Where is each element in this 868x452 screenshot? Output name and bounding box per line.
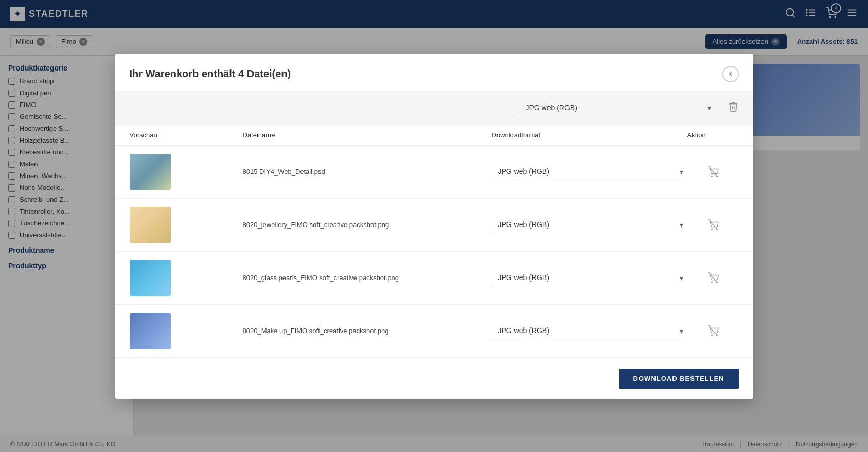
row-format-select-1[interactable]: JPG web (RGB) PNG (RGB) TIFF (CMYK) Orig… [492,163,687,180]
remove-button-1[interactable] [687,166,739,178]
table-row: 8020_Make up_FIMO soft_creative packshot… [115,305,753,358]
remove-button-3[interactable] [687,272,739,284]
svg-point-13 [711,176,712,177]
bulk-format-select[interactable]: JPG web (RGB) PNG (RGB) TIFF (CMYK) Orig… [520,99,715,116]
row-format-wrapper-3: JPG web (RGB) PNG (RGB) TIFF (CMYK) Orig… [492,269,687,286]
row-format-wrapper-1: JPG web (RGB) PNG (RGB) TIFF (CMYK) Orig… [492,163,687,180]
filename-4: 8020_Make up_FIMO soft_creative packshot… [243,327,492,335]
table-row: 8020_glass pearls_FIMO soft_creative pac… [115,252,753,305]
col-format: Downloadformat [492,131,687,139]
row-format-select-2[interactable]: JPG web (RGB) PNG (RGB) TIFF (CMYK) Orig… [492,216,687,233]
table-header: Vorschau Dateiname Downloadformat Aktion [115,125,753,146]
row-format-select-4[interactable]: JPG web (RGB) PNG (RGB) TIFF (CMYK) Orig… [492,322,687,339]
file-thumbnail-1 [130,154,171,190]
svg-point-16 [711,229,712,230]
file-thumbnail-3 [130,260,171,296]
row-format-select-3[interactable]: JPG web (RGB) PNG (RGB) TIFF (CMYK) Orig… [492,269,687,286]
modal-header: Ihr Warenkorb enthält 4 Datei(en) × [115,54,753,91]
filename-2: 8020_jewellery_FIMO soft_creative packsh… [243,221,492,229]
row-format-wrapper-2: JPG web (RGB) PNG (RGB) TIFF (CMYK) Orig… [492,216,687,233]
modal-overlay: Ihr Warenkorb enthält 4 Datei(en) × JPG … [0,0,868,452]
svg-point-22 [711,335,712,336]
modal-title: Ihr Warenkorb enthält 4 Datei(en) [130,68,291,80]
col-filename: Dateiname [243,131,492,139]
bulk-format-wrapper: JPG web (RGB) PNG (RGB) TIFF (CMYK) Orig… [520,99,715,116]
download-button[interactable]: DOWNLOAD BESTELLEN [619,369,739,389]
table-row: 8015 DIY4_Web_Detail.psd JPG web (RGB) P… [115,146,753,199]
bulk-delete-button[interactable] [728,101,739,115]
filename-3: 8020_glass pearls_FIMO soft_creative pac… [243,274,492,282]
remove-button-2[interactable] [687,219,739,231]
remove-button-4[interactable] [687,325,739,337]
cart-modal: Ihr Warenkorb enthält 4 Datei(en) × JPG … [115,54,753,399]
bulk-format-row: JPG web (RGB) PNG (RGB) TIFF (CMYK) Orig… [115,91,753,125]
svg-point-19 [711,282,712,283]
close-icon: × [728,69,733,79]
file-thumbnail-4 [130,313,171,349]
col-action: Aktion [687,131,739,139]
table-row: 8020_jewellery_FIMO soft_creative packsh… [115,199,753,252]
modal-footer: DOWNLOAD BESTELLEN [115,358,753,399]
file-thumbnail-2 [130,207,171,243]
filename-1: 8015 DIY4_Web_Detail.psd [243,168,492,176]
col-preview: Vorschau [130,131,243,139]
modal-close-button[interactable]: × [722,66,739,82]
row-format-wrapper-4: JPG web (RGB) PNG (RGB) TIFF (CMYK) Orig… [492,322,687,339]
